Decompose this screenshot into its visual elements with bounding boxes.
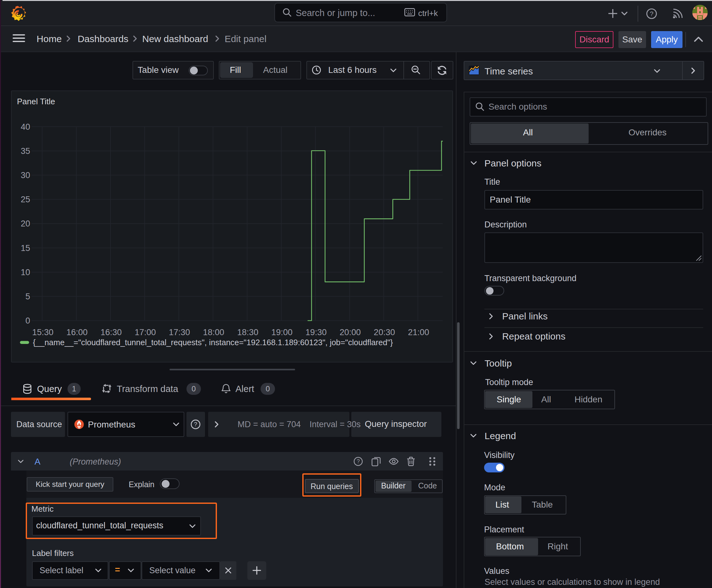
- svg-text:20:30: 20:30: [373, 328, 395, 337]
- svg-text:18:00: 18:00: [203, 328, 224, 337]
- svg-text:17:00: 17:00: [135, 328, 156, 337]
- svg-text:17:30: 17:30: [169, 328, 190, 337]
- svg-text:16:30: 16:30: [101, 328, 122, 337]
- svg-text:19:00: 19:00: [271, 328, 293, 337]
- svg-text:0: 0: [25, 316, 30, 326]
- svg-text:10: 10: [21, 268, 30, 277]
- svg-text:40: 40: [21, 122, 30, 132]
- svg-text:30: 30: [21, 171, 30, 180]
- svg-text:20: 20: [21, 219, 30, 228]
- svg-text:18:30: 18:30: [237, 328, 258, 337]
- svg-text:20:00: 20:00: [339, 328, 361, 337]
- svg-text:?: ?: [194, 421, 197, 427]
- svg-text:16:00: 16:00: [66, 328, 88, 337]
- svg-text:25: 25: [21, 195, 30, 204]
- svg-text:19:30: 19:30: [305, 328, 327, 337]
- svg-text:5: 5: [25, 292, 30, 301]
- svg-text:?: ?: [357, 458, 360, 465]
- svg-text:?: ?: [650, 10, 653, 17]
- svg-text:21:00: 21:00: [408, 328, 429, 337]
- svg-text:15: 15: [21, 244, 30, 253]
- svg-text:15:30: 15:30: [32, 328, 53, 337]
- svg-text:{__name__="cloudflared_tunnel_: {__name__="cloudflared_tunnel_total_requ…: [33, 338, 393, 347]
- svg-text:35: 35: [21, 146, 30, 156]
